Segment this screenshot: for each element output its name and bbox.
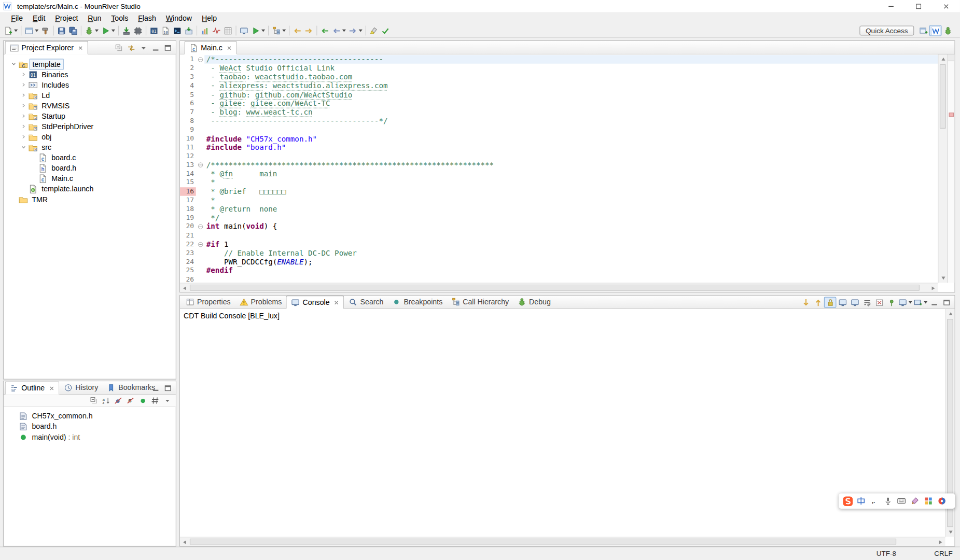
new-project-button[interactable]: [23, 25, 40, 36]
close-icon[interactable]: [227, 45, 232, 51]
chevron-right-icon[interactable]: [18, 101, 28, 110]
overview-ruler[interactable]: [947, 54, 954, 283]
run-config-dropdown-caret[interactable]: [261, 30, 265, 32]
previous-annotation-button[interactable]: [291, 25, 303, 36]
editor-line-4[interactable]: 4 - aliexpress: weactstudio.aliexpress.c…: [180, 81, 938, 90]
hide-non-public-members-button[interactable]: [136, 395, 149, 406]
build-button[interactable]: [40, 25, 51, 36]
tab-project-explorer[interactable]: Project Explorer: [5, 41, 88, 54]
fold-minus-icon[interactable]: [196, 240, 205, 249]
maximize-view-button[interactable]: [162, 383, 174, 394]
perspective-mounriver-button[interactable]: [929, 25, 942, 36]
outline-item-main-void[interactable]: main(void) : int: [4, 431, 176, 442]
scroll-thumb[interactable]: [190, 539, 896, 545]
editor-line-5[interactable]: 5 - github: github.com/WeActStudio: [180, 90, 938, 99]
editor-line-18[interactable]: 18 * @return none: [180, 205, 938, 214]
save-button[interactable]: [55, 25, 67, 36]
punctuation-mode-button[interactable]: ,.: [869, 495, 880, 507]
binary-tools-button[interactable]: 01: [148, 25, 160, 36]
run-dropdown-caret[interactable]: [112, 30, 115, 32]
toolbox-button[interactable]: [923, 495, 934, 507]
chevron-down-icon[interactable]: [9, 59, 19, 69]
terminal-button[interactable]: [172, 25, 183, 36]
editor-line-9[interactable]: 9: [180, 125, 938, 134]
tab-call-hierarchy[interactable]: Call Hierarchy: [447, 295, 513, 309]
debug-dropdown-caret[interactable]: [95, 30, 99, 32]
menu-flash[interactable]: Flash: [133, 12, 161, 23]
tree-item-src[interactable]: src: [4, 142, 176, 152]
editor-line-6[interactable]: 6 - gitee: gitee.com/WeAct-TC: [180, 99, 938, 108]
scroll-up-arrow[interactable]: [946, 309, 955, 318]
open-console-dropdown-caret[interactable]: [924, 301, 927, 304]
perspective-debug-button[interactable]: [941, 25, 954, 36]
menu-window[interactable]: Window: [161, 12, 197, 23]
editor-line-15[interactable]: 15 *: [180, 178, 938, 187]
editor-line-11[interactable]: 11#include "board.h": [180, 143, 938, 152]
filter-button[interactable]: [149, 395, 161, 406]
scroll-right-arrow[interactable]: [936, 537, 945, 547]
soft-keyboard-button[interactable]: [896, 495, 907, 507]
tab-properties[interactable]: Properties: [181, 295, 235, 309]
chinese-mode-button[interactable]: [855, 495, 867, 507]
outline-item-ch57x-common-h[interactable]: CH57x_common.h: [4, 411, 176, 421]
scroll-down-arrow[interactable]: [946, 528, 955, 537]
scroll-thumb[interactable]: [190, 285, 920, 291]
next-annotation-button[interactable]: [303, 25, 314, 36]
editor-line-19[interactable]: 19 */: [180, 214, 938, 222]
handwriting-button[interactable]: [909, 495, 921, 507]
editor-horizontal-scrollbar[interactable]: [180, 283, 938, 292]
editor-line-17[interactable]: 17 *: [180, 196, 938, 205]
open-console-button[interactable]: [913, 297, 928, 307]
mark-occurrences-button[interactable]: [368, 25, 379, 36]
tab-outline[interactable]: Outline: [5, 381, 59, 395]
tab-problems[interactable]: Problems: [235, 295, 286, 309]
word-wrap-button[interactable]: [861, 297, 873, 307]
chevron-right-icon[interactable]: [18, 69, 28, 79]
show-console-stderr-button[interactable]: [848, 297, 861, 307]
editor-line-22[interactable]: 22#if 1: [180, 240, 938, 249]
display-console-button[interactable]: [897, 297, 913, 307]
editor-line-10[interactable]: 10#include "CH57x_common.h": [180, 134, 938, 143]
sogou-logo-button[interactable]: [842, 495, 853, 507]
console-horizontal-scrollbar[interactable]: [180, 537, 945, 546]
profile-button[interactable]: [199, 25, 211, 36]
chevron-right-icon[interactable]: [18, 90, 28, 100]
editor-line-7[interactable]: 7 - blog: www.weact-tc.cn: [180, 108, 938, 117]
forward-button[interactable]: [347, 25, 364, 36]
minimize-window-button[interactable]: [878, 0, 905, 12]
editor-vertical-scrollbar[interactable]: [938, 54, 947, 283]
editor-line-1[interactable]: 1/*-------------------------------------…: [180, 55, 938, 64]
sort-button[interactable]: az: [100, 395, 112, 406]
scroll-left-arrow[interactable]: [180, 284, 189, 293]
close-icon[interactable]: [49, 385, 54, 391]
debug-button[interactable]: [84, 25, 100, 36]
editor-line-23[interactable]: 23 // Enable Internal DC-DC Power: [180, 249, 938, 258]
new-project-dropdown-caret[interactable]: [35, 30, 38, 32]
menu-run[interactable]: Run: [83, 12, 106, 23]
tree-item-template-launch[interactable]: template.launch: [4, 184, 176, 194]
flash-erase-button[interactable]: [132, 25, 144, 36]
quick-access-button[interactable]: Quick Access: [859, 26, 914, 36]
display-console-dropdown-caret[interactable]: [909, 301, 912, 304]
editor-line-24[interactable]: 24 PWR_DCDCCfg(ENABLE);: [180, 258, 938, 267]
tree-item-binaries[interactable]: 01Binaries: [4, 69, 176, 79]
show-console-stdout-button[interactable]: [836, 297, 848, 307]
tab-breakpoints[interactable]: Breakpoints: [388, 295, 447, 309]
next-annotation-button[interactable]: [800, 297, 812, 307]
editor-line-25[interactable]: 25#endif: [180, 267, 938, 275]
disassembly-button[interactable]: 10: [160, 25, 171, 36]
tree-item-ld[interactable]: Ld: [4, 90, 176, 101]
tab-debug[interactable]: Debug: [513, 295, 555, 309]
new-button[interactable]: [3, 25, 19, 36]
menu-help[interactable]: Help: [197, 12, 222, 23]
editor-line-26[interactable]: 26: [180, 275, 938, 283]
view-menu-button[interactable]: [161, 395, 173, 406]
tree-item-rvmsis[interactable]: RVMSIS: [4, 101, 176, 111]
tree-item-main-c[interactable]: cMain.c: [4, 173, 176, 184]
fold-minus-icon[interactable]: [196, 55, 205, 64]
editor-line-16[interactable]: 16 * @brief □□□□□□: [180, 187, 938, 196]
console-body[interactable]: CDT Build Console [BLE_lux]: [180, 309, 954, 546]
tab-console[interactable]: Console: [286, 296, 344, 309]
forward-dropdown-caret[interactable]: [359, 30, 363, 32]
chevron-right-icon[interactable]: [18, 121, 28, 131]
